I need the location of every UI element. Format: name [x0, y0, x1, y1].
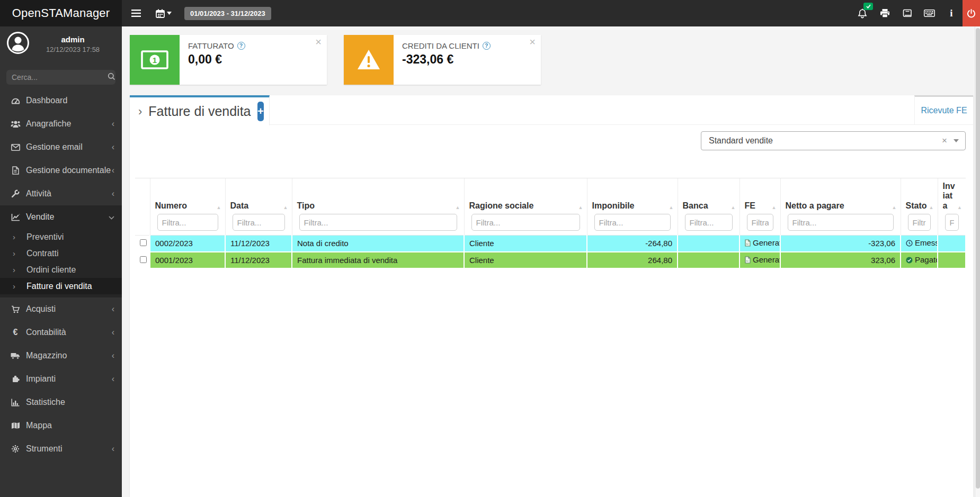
sidebar-item-fatture-di-vendita[interactable]: › Fatture di vendita	[0, 278, 122, 294]
xml-file-icon	[745, 256, 751, 265]
sort-icon: ▲	[772, 205, 777, 210]
notifications-bell-button[interactable]	[851, 0, 874, 26]
column-header-banca[interactable]: Banca▲	[678, 178, 740, 236]
sidebar-item-statistiche[interactable]: Statistiche	[0, 391, 122, 414]
filter-input-tipo[interactable]	[299, 214, 457, 231]
column-header-netto-a-pagare[interactable]: Netto a pagare▲	[780, 178, 901, 236]
sidebar-item-impianti[interactable]: Impianti ‹	[0, 367, 122, 391]
scrollbar-thumb[interactable]	[976, 28, 980, 489]
filter-input-data[interactable]	[233, 214, 285, 231]
vertical-scrollbar	[975, 26, 980, 497]
filter-input-ragione-sociale[interactable]	[471, 214, 580, 231]
sidebar-item-preventivi[interactable]: › Preventivi	[0, 229, 122, 245]
user-name: admin	[29, 35, 117, 44]
sidebar-item-gestione-email[interactable]: Gestione email ‹	[0, 135, 122, 159]
column-header-imponibile[interactable]: Imponibile▲	[587, 178, 678, 236]
main-content: 1 FATTURATO ? 0,00 € × CREDITI DA	[122, 26, 980, 497]
cell-inviata	[938, 236, 966, 252]
close-icon[interactable]: ×	[529, 36, 536, 48]
euro-icon: €	[10, 328, 21, 337]
add-invoice-button[interactable]: +	[257, 102, 264, 121]
search-input[interactable]	[12, 73, 108, 82]
table-header-row: Numero▲ Data▲ Tipo▲	[135, 178, 966, 236]
chevron-right-icon: ›	[13, 232, 26, 241]
sidebar-subitem-label: Fatture di vendita	[26, 282, 92, 291]
filter-input-netto-a-pagare[interactable]	[788, 214, 894, 231]
cell-fe: Generata	[740, 236, 780, 252]
cell-stato: Emessa	[901, 236, 938, 252]
docs-button[interactable]	[896, 0, 918, 26]
column-header-tipo[interactable]: Tipo▲	[292, 178, 464, 236]
sidebar-item-strumenti[interactable]: Strumenti ‹	[0, 437, 122, 460]
table-row[interactable]: 0002/2023 11/12/2023 Nota di credito Cli…	[135, 236, 966, 252]
sidebar-item-label: Vendite	[26, 212, 54, 222]
column-header-data[interactable]: Data▲	[225, 178, 292, 236]
table-row[interactable]: 0001/2023 11/12/2023 Fattura immediata d…	[135, 252, 966, 268]
sidebar-item-dashboard[interactable]: Dashboard	[0, 89, 122, 112]
sidebar-item-magazzino[interactable]: Magazzino ‹	[0, 344, 122, 367]
sort-icon: ▲	[578, 205, 583, 210]
help-icon[interactable]: ?	[483, 42, 491, 50]
row-checkbox[interactable]	[140, 239, 147, 246]
sidebar-item-gestione-documentale[interactable]: Gestione documentale ‹	[0, 159, 122, 182]
sidebar-item-contabilita[interactable]: € Contabilità ‹	[0, 321, 122, 344]
date-range-badge[interactable]: 01/01/2023 - 31/12/2023	[184, 7, 271, 20]
filter-input-banca[interactable]	[685, 214, 733, 231]
column-header-inviata[interactable]: Inviata▲	[938, 178, 966, 236]
sidebar-item-label: Acquisti	[26, 304, 56, 314]
sidebar-item-label: Statistiche	[26, 397, 65, 407]
chevron-left-icon: ‹	[112, 166, 114, 175]
column-header-fe[interactable]: FE▲	[740, 178, 780, 236]
close-icon[interactable]: ×	[315, 36, 322, 48]
select-all-header	[135, 178, 150, 236]
check-circle-icon	[906, 256, 913, 265]
filter-input-stato[interactable]	[908, 214, 931, 231]
sidebar-item-contratti[interactable]: › Contratti	[0, 245, 122, 261]
xml-file-icon	[745, 239, 751, 248]
column-header-stato[interactable]: Stato▲	[901, 178, 938, 236]
sidebar: admin 12/12/2023 17:58 Dashboard Anagraf…	[0, 26, 122, 497]
chevron-right-icon: ›	[13, 265, 26, 274]
sidebar-subitem-label: Preventivi	[26, 232, 64, 242]
sidebar-item-anagrafiche[interactable]: Anagrafiche ‹	[0, 112, 122, 135]
ricevute-fe-link[interactable]: Ricevute FE	[921, 106, 967, 115]
print-button[interactable]	[874, 0, 896, 26]
printer-icon	[880, 8, 890, 18]
tab-fatture-di-vendita[interactable]: › Fatture di vendita +	[130, 95, 270, 125]
sidebar-item-attivita[interactable]: Attività ‹	[0, 182, 122, 205]
app-logo[interactable]: OpenSTAManager	[0, 0, 122, 26]
sidebar-item-ordini-cliente[interactable]: › Ordini cliente	[0, 261, 122, 278]
filter-input-numero[interactable]	[157, 214, 218, 231]
sidebar-item-label: Mappa	[26, 421, 52, 430]
filter-input-inviata[interactable]	[945, 214, 959, 231]
filter-input-fe[interactable]	[747, 214, 773, 231]
chevron-down-icon[interactable]	[954, 139, 959, 142]
saved-filter-select[interactable]: Standard vendite ×	[701, 131, 966, 150]
info-button[interactable]: i	[940, 0, 963, 26]
clear-filter-icon[interactable]: ×	[936, 135, 954, 146]
help-icon[interactable]: ?	[237, 42, 245, 50]
avatar[interactable]	[7, 32, 29, 56]
filter-input-imponibile[interactable]	[594, 214, 671, 231]
notifications-status-badge	[863, 3, 873, 10]
sidebar-item-acquisti[interactable]: Acquisti ‹	[0, 297, 122, 321]
column-header-numero[interactable]: Numero▲	[150, 178, 225, 236]
row-checkbox-cell	[135, 252, 150, 268]
row-checkbox[interactable]	[140, 256, 147, 263]
chart-line-icon	[10, 213, 21, 221]
column-header-ragione-sociale[interactable]: Ragione sociale▲	[464, 178, 587, 236]
cell-numero: 0002/2023	[150, 236, 225, 252]
book-icon	[902, 9, 912, 18]
sidebar-item-mappa[interactable]: Mappa	[0, 414, 122, 437]
filters-row: Standard vendite ×	[130, 125, 973, 150]
calendar-icon[interactable]	[154, 0, 174, 26]
sidebar-item-vendite[interactable]: Vendite	[0, 205, 122, 229]
cell-tipo: Nota di credito	[292, 236, 464, 252]
logout-button[interactable]	[963, 0, 980, 26]
row-checkbox-cell	[135, 236, 150, 252]
hamburger-menu-icon[interactable]	[129, 0, 143, 26]
cart-icon	[10, 305, 21, 313]
shortcuts-button[interactable]	[918, 0, 940, 26]
tab-ricevute-fe[interactable]: Ricevute FE	[914, 95, 973, 124]
warning-icon	[344, 35, 394, 85]
